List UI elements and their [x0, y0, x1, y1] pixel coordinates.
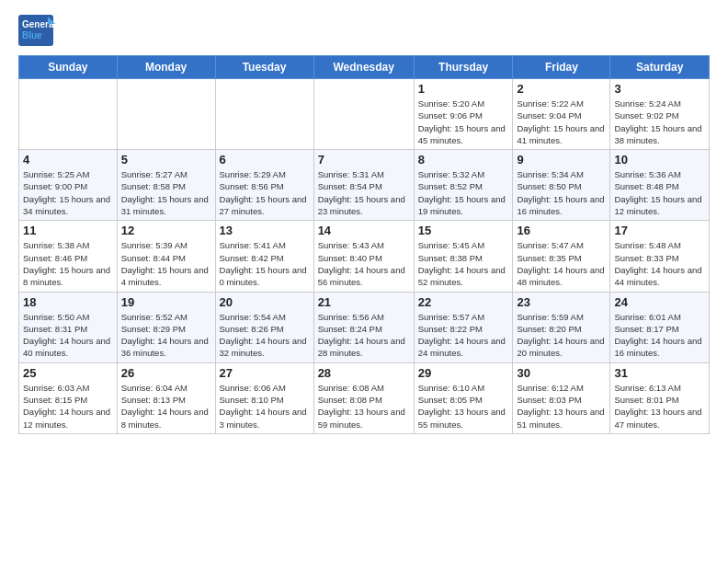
svg-text:Blue: Blue — [22, 30, 42, 40]
table-row: 8Sunrise: 5:32 AM Sunset: 8:52 PM Daylig… — [414, 150, 513, 221]
day-number: 10 — [614, 153, 705, 167]
day-number: 26 — [121, 366, 211, 380]
day-info: Sunrise: 5:31 AM Sunset: 8:54 PM Dayligh… — [318, 168, 410, 217]
day-number: 21 — [318, 295, 410, 309]
table-row: 30Sunrise: 6:12 AM Sunset: 8:03 PM Dayli… — [513, 362, 610, 433]
day-number: 24 — [614, 295, 705, 309]
table-row: 7Sunrise: 5:31 AM Sunset: 8:54 PM Daylig… — [313, 150, 414, 221]
day-info: Sunrise: 5:27 AM Sunset: 8:58 PM Dayligh… — [121, 168, 211, 217]
day-number: 19 — [121, 295, 211, 309]
day-info: Sunrise: 5:32 AM Sunset: 8:52 PM Dayligh… — [418, 168, 509, 217]
day-number: 30 — [517, 366, 606, 380]
table-row: 5Sunrise: 5:27 AM Sunset: 8:58 PM Daylig… — [117, 150, 215, 221]
table-row: 19Sunrise: 5:52 AM Sunset: 8:29 PM Dayli… — [117, 292, 215, 362]
day-info: Sunrise: 5:57 AM Sunset: 8:22 PM Dayligh… — [418, 311, 509, 360]
table-row — [117, 79, 215, 150]
day-number: 16 — [517, 224, 606, 237]
table-row: 1Sunrise: 5:20 AM Sunset: 9:06 PM Daylig… — [414, 79, 513, 150]
table-row: 11Sunrise: 5:38 AM Sunset: 8:46 PM Dayli… — [19, 221, 118, 292]
table-row: 15Sunrise: 5:45 AM Sunset: 8:38 PM Dayli… — [414, 221, 513, 292]
table-row: 10Sunrise: 5:36 AM Sunset: 8:48 PM Dayli… — [610, 150, 710, 221]
day-info: Sunrise: 5:54 AM Sunset: 8:26 PM Dayligh… — [220, 311, 310, 360]
day-info: Sunrise: 6:08 AM Sunset: 8:08 PM Dayligh… — [318, 382, 410, 431]
day-info: Sunrise: 5:56 AM Sunset: 8:24 PM Dayligh… — [318, 311, 410, 360]
day-number: 4 — [23, 153, 113, 167]
table-row: 23Sunrise: 5:59 AM Sunset: 8:20 PM Dayli… — [513, 292, 610, 362]
day-number: 7 — [318, 153, 410, 167]
day-number: 17 — [614, 224, 705, 237]
header: General Blue — [18, 15, 710, 46]
day-info: Sunrise: 6:03 AM Sunset: 8:15 PM Dayligh… — [23, 382, 113, 431]
logo-icon: General Blue — [18, 15, 55, 46]
day-info: Sunrise: 5:24 AM Sunset: 9:02 PM Dayligh… — [614, 98, 705, 146]
day-info: Sunrise: 5:48 AM Sunset: 8:33 PM Dayligh… — [614, 239, 705, 288]
day-number: 1 — [418, 82, 509, 96]
table-row — [313, 79, 414, 150]
logo: General Blue — [18, 15, 55, 46]
day-info: Sunrise: 6:12 AM Sunset: 8:03 PM Dayligh… — [517, 382, 606, 431]
table-row: 28Sunrise: 6:08 AM Sunset: 8:08 PM Dayli… — [313, 362, 414, 433]
day-number: 2 — [517, 82, 606, 96]
page: General Blue SundayMondayTuesdayWednesda… — [0, 0, 728, 449]
day-info: Sunrise: 5:29 AM Sunset: 8:56 PM Dayligh… — [220, 168, 310, 217]
table-row: 2Sunrise: 5:22 AM Sunset: 9:04 PM Daylig… — [513, 79, 610, 150]
table-row — [19, 79, 118, 150]
day-number: 13 — [220, 224, 310, 237]
day-number: 8 — [418, 153, 509, 167]
day-number: 5 — [121, 153, 211, 167]
table-row: 3Sunrise: 5:24 AM Sunset: 9:02 PM Daylig… — [610, 79, 710, 150]
day-info: Sunrise: 5:52 AM Sunset: 8:29 PM Dayligh… — [121, 311, 211, 360]
table-row: 21Sunrise: 5:56 AM Sunset: 8:24 PM Dayli… — [313, 292, 414, 362]
table-row: 20Sunrise: 5:54 AM Sunset: 8:26 PM Dayli… — [215, 292, 313, 362]
table-row: 27Sunrise: 6:06 AM Sunset: 8:10 PM Dayli… — [215, 362, 313, 433]
day-number: 3 — [614, 82, 705, 96]
day-info: Sunrise: 5:41 AM Sunset: 8:42 PM Dayligh… — [220, 239, 310, 288]
day-number: 25 — [23, 366, 113, 380]
table-row: 12Sunrise: 5:39 AM Sunset: 8:44 PM Dayli… — [117, 221, 215, 292]
table-row: 14Sunrise: 5:43 AM Sunset: 8:40 PM Dayli… — [313, 221, 414, 292]
day-number: 14 — [318, 224, 410, 237]
day-number: 20 — [220, 295, 310, 309]
table-row: 9Sunrise: 5:34 AM Sunset: 8:50 PM Daylig… — [513, 150, 610, 221]
day-info: Sunrise: 5:25 AM Sunset: 9:00 PM Dayligh… — [23, 168, 113, 217]
day-info: Sunrise: 5:50 AM Sunset: 8:31 PM Dayligh… — [23, 311, 113, 360]
day-info: Sunrise: 5:47 AM Sunset: 8:35 PM Dayligh… — [517, 239, 606, 288]
day-number: 12 — [121, 224, 211, 237]
weekday-header-tuesday: Tuesday — [215, 56, 313, 79]
calendar-table: SundayMondayTuesdayWednesdayThursdayFrid… — [18, 55, 710, 434]
day-number: 31 — [614, 366, 705, 380]
day-info: Sunrise: 5:36 AM Sunset: 8:48 PM Dayligh… — [614, 168, 705, 217]
day-number: 29 — [418, 366, 509, 380]
day-info: Sunrise: 5:38 AM Sunset: 8:46 PM Dayligh… — [23, 239, 113, 288]
day-info: Sunrise: 5:43 AM Sunset: 8:40 PM Dayligh… — [318, 239, 410, 288]
table-row: 17Sunrise: 5:48 AM Sunset: 8:33 PM Dayli… — [610, 221, 710, 292]
day-number: 27 — [220, 366, 310, 380]
day-info: Sunrise: 6:04 AM Sunset: 8:13 PM Dayligh… — [121, 382, 211, 431]
weekday-header-thursday: Thursday — [414, 56, 513, 79]
day-info: Sunrise: 5:34 AM Sunset: 8:50 PM Dayligh… — [517, 168, 606, 217]
weekday-header-friday: Friday — [513, 56, 610, 79]
weekday-header-wednesday: Wednesday — [313, 56, 414, 79]
day-info: Sunrise: 6:06 AM Sunset: 8:10 PM Dayligh… — [220, 382, 310, 431]
table-row: 4Sunrise: 5:25 AM Sunset: 9:00 PM Daylig… — [19, 150, 118, 221]
day-number: 22 — [418, 295, 509, 309]
weekday-header-monday: Monday — [117, 56, 215, 79]
table-row: 29Sunrise: 6:10 AM Sunset: 8:05 PM Dayli… — [414, 362, 513, 433]
day-info: Sunrise: 6:01 AM Sunset: 8:17 PM Dayligh… — [614, 311, 705, 360]
table-row: 25Sunrise: 6:03 AM Sunset: 8:15 PM Dayli… — [19, 362, 118, 433]
table-row: 6Sunrise: 5:29 AM Sunset: 8:56 PM Daylig… — [215, 150, 313, 221]
day-info: Sunrise: 6:13 AM Sunset: 8:01 PM Dayligh… — [614, 382, 705, 431]
table-row: 31Sunrise: 6:13 AM Sunset: 8:01 PM Dayli… — [610, 362, 710, 433]
day-number: 23 — [517, 295, 606, 309]
day-info: Sunrise: 5:59 AM Sunset: 8:20 PM Dayligh… — [517, 311, 606, 360]
day-number: 6 — [220, 153, 310, 167]
table-row: 26Sunrise: 6:04 AM Sunset: 8:13 PM Dayli… — [117, 362, 215, 433]
day-info: Sunrise: 5:20 AM Sunset: 9:06 PM Dayligh… — [418, 98, 509, 146]
day-number: 18 — [23, 295, 113, 309]
table-row: 16Sunrise: 5:47 AM Sunset: 8:35 PM Dayli… — [513, 221, 610, 292]
day-number: 9 — [517, 153, 606, 167]
table-row — [215, 79, 313, 150]
day-number: 28 — [318, 366, 410, 380]
day-info: Sunrise: 6:10 AM Sunset: 8:05 PM Dayligh… — [418, 382, 509, 431]
day-number: 11 — [23, 224, 113, 237]
